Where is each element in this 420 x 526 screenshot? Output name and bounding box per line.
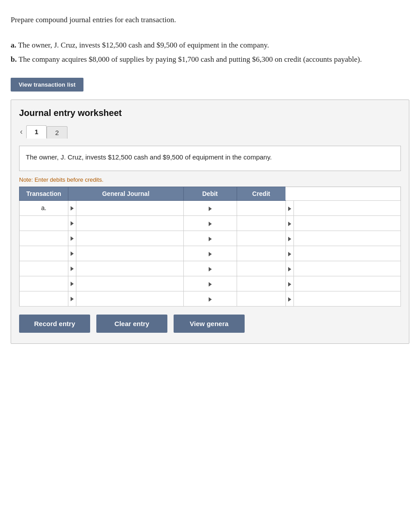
row-journal-cell[interactable] [76, 215, 184, 231]
row-debit-cell[interactable] [237, 261, 285, 276]
row-arrow-cell[interactable] [68, 261, 76, 276]
journal-input[interactable] [76, 261, 183, 276]
row-debit-cell[interactable] [237, 246, 285, 261]
row-debit-cell[interactable] [237, 231, 285, 246]
tab-navigation: ‹ 1 2 [19, 125, 401, 139]
journal-input[interactable] [76, 201, 183, 215]
row-arrow-cell[interactable] [68, 200, 76, 215]
instructions-section: Prepare compound journal entries for eac… [11, 14, 409, 65]
journal-input[interactable] [76, 216, 183, 231]
debit-input[interactable] [237, 261, 285, 276]
debit-arrow-icon [209, 267, 212, 271]
credit-input[interactable] [294, 291, 401, 306]
record-entry-button[interactable]: Record entry [19, 315, 90, 333]
row-debit-arrow[interactable] [183, 246, 237, 261]
row-arrow-icon [71, 236, 74, 241]
col-header-debit: Debit [183, 187, 237, 200]
journal-input[interactable] [76, 231, 183, 246]
instructions-header: Prepare compound journal entries for eac… [11, 14, 409, 26]
row-credit-arrow[interactable] [285, 246, 293, 261]
row-debit-arrow[interactable] [183, 276, 237, 291]
tab-2[interactable]: 2 [47, 126, 67, 139]
row-debit-cell[interactable] [237, 215, 285, 231]
row-label-cell [20, 291, 68, 306]
row-journal-cell[interactable] [76, 276, 184, 291]
credit-arrow-icon [288, 222, 291, 226]
credit-input[interactable] [294, 276, 401, 291]
row-journal-cell[interactable] [76, 200, 184, 215]
credit-arrow-icon [288, 207, 291, 211]
clear-entry-button[interactable]: Clear entry [96, 315, 167, 333]
item-a-label: a. [11, 41, 16, 49]
debit-input[interactable] [237, 246, 285, 261]
view-transaction-list-button[interactable]: View transaction list [11, 78, 83, 92]
row-arrow-icon [71, 282, 74, 286]
table-row: a. [20, 200, 401, 215]
row-debit-arrow[interactable] [183, 261, 237, 276]
view-general-journal-button[interactable]: View genera [174, 315, 245, 333]
row-credit-cell[interactable] [293, 200, 401, 215]
row-journal-cell[interactable] [76, 231, 184, 246]
row-arrow-cell[interactable] [68, 246, 76, 261]
row-credit-arrow[interactable] [285, 261, 293, 276]
row-arrow-cell[interactable] [68, 231, 76, 246]
row-label-cell [20, 231, 68, 246]
instruction-item-a: a. The owner, J. Cruz, invests $12,500 c… [11, 40, 409, 51]
row-credit-arrow[interactable] [285, 231, 293, 246]
row-credit-cell[interactable] [293, 276, 401, 291]
worksheet-title: Journal entry worksheet [19, 108, 401, 118]
credit-input[interactable] [294, 201, 401, 215]
row-arrow-cell[interactable] [68, 291, 76, 306]
row-credit-cell[interactable] [293, 246, 401, 261]
row-debit-arrow[interactable] [183, 291, 237, 306]
debit-input[interactable] [237, 291, 285, 306]
tab-1[interactable]: 1 [26, 125, 47, 139]
row-debit-cell[interactable] [237, 200, 285, 215]
debit-input[interactable] [237, 231, 285, 246]
journal-input[interactable] [76, 291, 183, 306]
row-credit-cell[interactable] [293, 215, 401, 231]
credit-input[interactable] [294, 246, 401, 261]
debit-input[interactable] [237, 276, 285, 291]
table-row [20, 231, 401, 246]
row-journal-cell[interactable] [76, 261, 184, 276]
row-debit-cell[interactable] [237, 291, 285, 306]
col-header-credit: Credit [237, 187, 285, 200]
row-credit-cell[interactable] [293, 291, 401, 306]
row-debit-cell[interactable] [237, 276, 285, 291]
journal-input[interactable] [76, 276, 183, 291]
credit-input[interactable] [294, 216, 401, 231]
row-credit-arrow[interactable] [285, 291, 293, 306]
row-credit-arrow[interactable] [285, 200, 293, 215]
item-a-text: a. The owner, J. Cruz, invests $12,500 c… [11, 40, 409, 51]
row-arrow-cell[interactable] [68, 276, 76, 291]
debit-arrow-icon [209, 207, 212, 211]
row-journal-cell[interactable] [76, 291, 184, 306]
instruction-item-b: b. The company acquires $8,000 of suppli… [11, 54, 409, 65]
note-text: Note: Enter debits before credits. [19, 176, 401, 183]
table-row [20, 291, 401, 306]
row-arrow-cell[interactable] [68, 215, 76, 231]
debit-input[interactable] [237, 216, 285, 231]
credit-arrow-icon [288, 267, 291, 271]
row-credit-arrow[interactable] [285, 276, 293, 291]
row-debit-arrow[interactable] [183, 231, 237, 246]
table-row [20, 246, 401, 261]
debit-input[interactable] [237, 201, 285, 215]
credit-input[interactable] [294, 261, 401, 276]
row-debit-arrow[interactable] [183, 215, 237, 231]
prev-tab-arrow[interactable]: ‹ [19, 126, 26, 137]
table-row [20, 215, 401, 231]
journal-input[interactable] [76, 246, 183, 261]
row-credit-arrow[interactable] [285, 215, 293, 231]
row-label-cell: a. [20, 200, 68, 215]
row-credit-cell[interactable] [293, 231, 401, 246]
credit-input[interactable] [294, 231, 401, 246]
row-journal-cell[interactable] [76, 246, 184, 261]
row-credit-cell[interactable] [293, 261, 401, 276]
journal-table: Transaction General Journal Debit Credit… [19, 187, 401, 307]
row-debit-arrow[interactable] [183, 200, 237, 215]
item-b-text: b. The company acquires $8,000 of suppli… [11, 54, 409, 65]
row-arrow-icon [71, 267, 74, 271]
row-label-cell [20, 246, 68, 261]
